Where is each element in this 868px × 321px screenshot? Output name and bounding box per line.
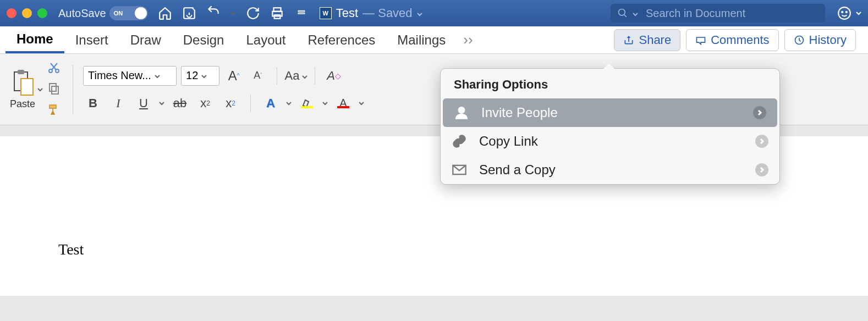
link-icon: [452, 134, 467, 149]
tab-design[interactable]: Design: [172, 28, 235, 52]
repeat-icon[interactable]: [246, 6, 260, 20]
italic-button[interactable]: I: [108, 93, 128, 113]
person-icon: [454, 105, 469, 120]
svg-point-8: [846, 12, 847, 13]
text-effects-icon[interactable]: A: [261, 93, 281, 113]
ribbon-display-dropdown-icon[interactable]: [856, 8, 861, 18]
font-color-button[interactable]: A: [333, 93, 353, 113]
font-family-select[interactable]: Times New...: [83, 66, 177, 86]
share-button[interactable]: Share: [614, 29, 680, 51]
undo-icon[interactable]: [206, 6, 221, 20]
window-controls: [7, 8, 47, 18]
paste-button[interactable]: Paste: [10, 69, 35, 110]
invite-people-item[interactable]: Invite People: [443, 98, 777, 127]
strikethrough-button[interactable]: ab: [170, 93, 190, 113]
highlight-dropdown-icon[interactable]: [322, 98, 328, 108]
search-input[interactable]: Search in Document: [611, 4, 825, 23]
clipboard-mini-buttons: [47, 61, 63, 118]
superscript-button[interactable]: x2: [221, 93, 240, 113]
autosave-state: ON: [114, 10, 123, 16]
minimize-window-button[interactable]: [22, 8, 32, 18]
clear-formatting-icon[interactable]: A◇: [324, 66, 344, 86]
chevron-down-icon: [201, 69, 207, 82]
chevron-down-icon: [155, 69, 160, 82]
paste-dropdown-icon[interactable]: [37, 85, 43, 95]
copy-link-item[interactable]: Copy Link: [441, 127, 779, 156]
font-color-swatch: [337, 106, 349, 108]
invite-label: Invite People: [481, 105, 558, 120]
svg-rect-3: [298, 10, 305, 12]
sharing-title: Sharing Options: [441, 69, 779, 98]
underline-button[interactable]: U: [134, 93, 153, 113]
document-status: — Saved: [362, 6, 413, 20]
svg-point-6: [838, 7, 850, 19]
tab-mailings[interactable]: Mailings: [386, 28, 457, 52]
close-window-button[interactable]: [7, 8, 17, 18]
autosave-label: AutoSave: [58, 7, 106, 20]
svg-rect-15: [52, 86, 58, 94]
word-doc-icon: W: [320, 7, 332, 19]
tab-layout[interactable]: Layout: [235, 28, 296, 52]
increase-font-icon[interactable]: A^: [224, 66, 244, 86]
clipboard-icon: [11, 69, 34, 97]
subscript-button[interactable]: x2: [195, 93, 215, 113]
search-placeholder: Search in Document: [646, 7, 745, 20]
send-copy-item[interactable]: Send a Copy: [441, 156, 779, 184]
tab-references[interactable]: References: [297, 28, 387, 52]
more-tabs-icon[interactable]: ››: [457, 31, 479, 48]
copy-icon[interactable]: [47, 82, 63, 97]
svg-point-17: [458, 107, 465, 114]
tab-home[interactable]: Home: [6, 27, 64, 53]
tab-draw[interactable]: Draw: [119, 28, 172, 52]
bold-button[interactable]: B: [83, 93, 103, 113]
separator: [73, 65, 73, 114]
svg-rect-12: [21, 79, 33, 95]
titlebar: AutoSave ON W Test — Saved Search in Doc…: [0, 0, 868, 26]
quick-access-toolbar: [158, 6, 309, 20]
change-case-button[interactable]: Aa: [286, 66, 306, 86]
chevron-right-icon: [755, 163, 768, 176]
history-label: History: [809, 33, 847, 47]
sharing-options-popup: Sharing Options Invite People Copy Link …: [440, 68, 780, 185]
save-sync-icon[interactable]: [182, 6, 196, 20]
autosave-toggle[interactable]: ON: [109, 6, 148, 20]
format-painter-icon[interactable]: [47, 103, 63, 118]
history-button[interactable]: History: [784, 29, 856, 51]
title-dropdown-icon[interactable]: [417, 6, 422, 20]
share-icon: [623, 35, 634, 46]
home-icon[interactable]: [158, 6, 172, 20]
search-dropdown-icon[interactable]: [633, 7, 642, 20]
document-body-text[interactable]: Test: [58, 241, 868, 258]
undo-dropdown-icon[interactable]: [230, 8, 236, 18]
font-size-select[interactable]: 12: [181, 66, 219, 86]
separator: [315, 67, 315, 85]
maximize-window-button[interactable]: [37, 8, 47, 18]
history-icon: [794, 35, 805, 46]
text-effects-dropdown-icon[interactable]: [286, 98, 292, 108]
feedback-icon[interactable]: [836, 5, 853, 21]
underline-dropdown-icon[interactable]: [159, 98, 164, 108]
svg-point-7: [842, 12, 843, 13]
tab-insert[interactable]: Insert: [64, 28, 119, 52]
comments-button[interactable]: Comments: [686, 29, 778, 51]
document-title[interactable]: W Test — Saved: [320, 6, 422, 20]
chevron-right-icon: [753, 106, 766, 119]
font-family-value: Times New...: [88, 69, 151, 82]
separator: [250, 95, 251, 112]
cut-icon[interactable]: [47, 61, 63, 76]
search-icon: [617, 8, 628, 19]
ribbon-tabs: Home Insert Draw Design Layout Reference…: [0, 26, 868, 54]
send-copy-label: Send a Copy: [479, 162, 556, 178]
font-color-dropdown-icon[interactable]: [359, 98, 364, 108]
customize-qat-icon[interactable]: [294, 6, 309, 20]
svg-rect-16: [50, 84, 56, 91]
chevron-right-icon: [755, 135, 768, 148]
comment-icon: [695, 35, 706, 46]
comments-label: Comments: [711, 33, 769, 47]
font-size-value: 12: [186, 69, 198, 82]
document-name: Test: [336, 6, 358, 20]
print-icon[interactable]: [270, 6, 284, 20]
decrease-font-icon[interactable]: Aˇ: [248, 66, 268, 86]
separator: [277, 67, 277, 85]
highlight-button[interactable]: [297, 93, 317, 113]
